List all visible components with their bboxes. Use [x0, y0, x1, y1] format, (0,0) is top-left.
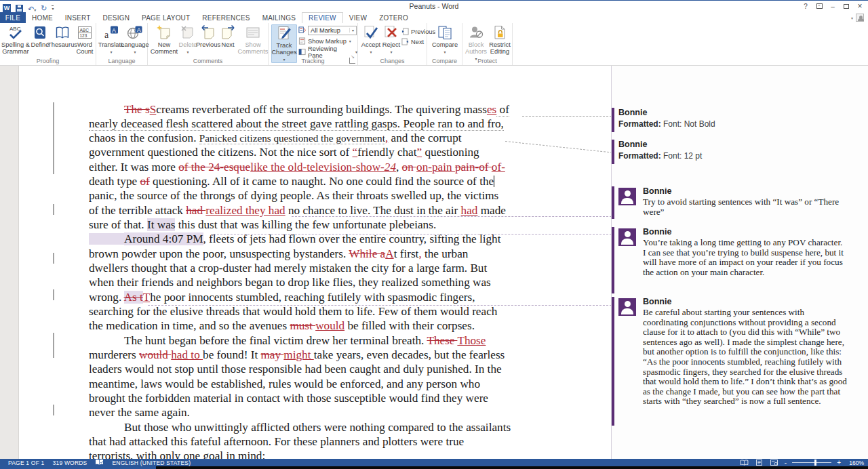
- text-run: death type: [89, 175, 140, 188]
- word-window: W ↶▾ ↻ ▾ Peanuts - Word ? ^ – × FILE HOM…: [0, 0, 868, 469]
- block-authors-button[interactable]: Block Authors ▾: [465, 24, 488, 62]
- new-comment-icon: [156, 24, 172, 41]
- next-comment-icon: [220, 24, 236, 41]
- close-button[interactable]: ×: [853, 1, 867, 12]
- changed-line-bar: [53, 253, 54, 264]
- thesaurus-button[interactable]: Thesaurus: [50, 24, 75, 48]
- next-change-icon: [401, 38, 409, 45]
- text-run: had: [186, 204, 205, 217]
- web-layout-view-button[interactable]: [770, 460, 778, 466]
- comment-connector-line: [214, 234, 612, 234]
- tracked-change-balloon[interactable]: BonnieFormatted: Font: 12 pt: [612, 140, 864, 161]
- page-indicator[interactable]: PAGE 1 OF 1: [8, 460, 45, 466]
- tab-file[interactable]: FILE: [0, 12, 26, 23]
- document-paragraph[interactable]: But those who unwittingly afflicted othe…: [89, 420, 564, 459]
- text-run: might: [283, 348, 313, 361]
- markup-view-row: All Markup▾: [298, 26, 357, 35]
- reviewer-name: Bonnie: [643, 297, 864, 306]
- ribbon-display-options-button[interactable]: ^: [812, 1, 826, 12]
- word-count-indicator[interactable]: 319 WORDS: [53, 460, 87, 466]
- zoom-slider-thumb[interactable]: [814, 460, 816, 466]
- proofing-status-icon[interactable]: [95, 459, 104, 467]
- show-comments-button[interactable]: Show Comments: [239, 24, 267, 55]
- tab-review[interactable]: REVIEW: [302, 12, 343, 23]
- change-value: Font: 12 pt: [661, 151, 703, 161]
- document-page[interactable]: The sScreams reverberated off the surrou…: [19, 66, 611, 459]
- text-run: brought the forbidden material in contac…: [89, 392, 488, 405]
- tab-page-layout[interactable]: PAGE LAYOUT: [136, 12, 196, 23]
- print-layout-view-button[interactable]: [755, 460, 764, 466]
- text-run: panic, the source of the throngs of dyin…: [89, 189, 498, 202]
- text-run: he poor innocents stumbled, reaching fut…: [150, 291, 475, 304]
- zoom-slider[interactable]: [792, 462, 831, 463]
- text-run: of: [140, 175, 149, 188]
- document-paragraph[interactable]: The sScreams reverberated off the surrou…: [89, 102, 564, 232]
- zoom-percentage[interactable]: 160%: [841, 460, 864, 466]
- reject-button[interactable]: Reject ▾: [382, 24, 401, 56]
- change-type-label: Formatted:: [618, 119, 661, 129]
- reviewing-pane-button[interactable]: Reviewing Pane▾: [298, 47, 357, 56]
- text-run: t first: [394, 247, 419, 260]
- tab-home[interactable]: HOME: [26, 12, 59, 23]
- previous-comment-button[interactable]: Previous: [198, 24, 218, 48]
- next-comment-button[interactable]: Next: [219, 24, 237, 48]
- language-button[interactable]: A Language ▾: [124, 24, 146, 56]
- changed-line-bar: [53, 333, 54, 358]
- svg-text:a: a: [104, 30, 109, 40]
- text-run: of: [496, 103, 509, 117]
- show-markup-icon: [298, 37, 306, 45]
- minimize-button[interactable]: –: [826, 1, 840, 12]
- text-run: The s: [124, 103, 150, 116]
- comment-balloon[interactable]: BonnieBe careful about starting your sen…: [612, 297, 864, 407]
- delete-comment-button[interactable]: Delete ▾: [178, 24, 197, 56]
- show-markup-button[interactable]: Show Markup▾: [298, 37, 351, 45]
- read-mode-view-button[interactable]: [740, 460, 749, 466]
- tab-zotero[interactable]: ZOTERO: [373, 12, 414, 23]
- tab-insert[interactable]: INSERT: [59, 12, 97, 23]
- svg-text:ABC: ABC: [80, 28, 90, 33]
- accept-button[interactable]: Accept ▾: [361, 24, 381, 56]
- text-run: would: [315, 319, 344, 332]
- status-bar: PAGE 1 OF 1 319 WORDS ENGLISH (UNITED ST…: [0, 459, 868, 466]
- window-controls: ? ^ – ×: [799, 1, 867, 12]
- translate-button[interactable]: aA Translate ▾: [100, 24, 122, 56]
- next-change-button[interactable]: Next: [401, 37, 424, 46]
- language-indicator[interactable]: ENGLISH (UNITED STATES): [112, 460, 191, 466]
- text-run: be filled with their corpses.: [344, 319, 475, 332]
- text-run: meantime, laws would be established, rul…: [89, 378, 480, 390]
- account-area[interactable]: ▾: [851, 14, 864, 22]
- text-run: pain-of: [455, 161, 492, 174]
- tab-design[interactable]: DESIGN: [97, 12, 136, 23]
- text-run: the medication in time, and so the avenu…: [89, 319, 290, 332]
- define-dictionary-icon: [32, 24, 48, 41]
- tracked-change-balloon[interactable]: BonnieFormatted: Font: Not Bold: [612, 108, 864, 129]
- document-text[interactable]: The sScreams reverberated off the surrou…: [89, 102, 564, 460]
- tab-mailings[interactable]: MAILINGS: [256, 12, 302, 23]
- text-run: But those who unwittingly afflicted othe…: [124, 421, 511, 434]
- comment-balloon[interactable]: BonnieTry to avoid starting sentences wi…: [612, 186, 864, 217]
- restore-button[interactable]: [840, 1, 853, 12]
- document-paragraph[interactable]: The hunt began before the final victim d…: [89, 333, 564, 420]
- text-run: may: [260, 348, 283, 361]
- help-button[interactable]: ?: [799, 1, 812, 12]
- spelling-check-icon: ABC: [7, 24, 24, 41]
- zoom-out-button[interactable]: -: [785, 460, 787, 466]
- document-paragraph[interactable]: Around 4:07 PM, fleets of jets had flown…: [89, 232, 564, 333]
- text-run: searching for the elusive threads that w…: [89, 305, 497, 318]
- change-value: Font: Not Bold: [661, 119, 715, 129]
- text-run: ,: [396, 161, 402, 174]
- text-run: when their friends and neighbors began t…: [89, 276, 491, 289]
- tab-references[interactable]: REFERENCES: [196, 12, 256, 23]
- restrict-editing-button[interactable]: Restrict Editing: [488, 24, 511, 55]
- text-run: brown powder upon the poor, unsuspecting…: [89, 247, 349, 260]
- compare-button[interactable]: Compare ▾: [431, 24, 458, 56]
- define-button[interactable]: Define: [31, 24, 49, 48]
- display-for-review-select[interactable]: All Markup▾: [308, 26, 357, 35]
- comment-balloon[interactable]: BonnieYou’re taking a long time getting …: [612, 227, 864, 277]
- spelling-grammar-button[interactable]: ABC Spelling & Grammar: [1, 24, 30, 55]
- tab-view[interactable]: VIEW: [343, 12, 373, 23]
- new-comment-button[interactable]: New Comment: [152, 24, 176, 55]
- text-run: this dust that was killing the few unfor…: [175, 218, 436, 231]
- word-count-button[interactable]: ABC123 Word Count: [75, 24, 95, 55]
- ribbon-tab-row: FILE HOMEINSERTDESIGNPAGE LAYOUTREFERENC…: [0, 12, 868, 23]
